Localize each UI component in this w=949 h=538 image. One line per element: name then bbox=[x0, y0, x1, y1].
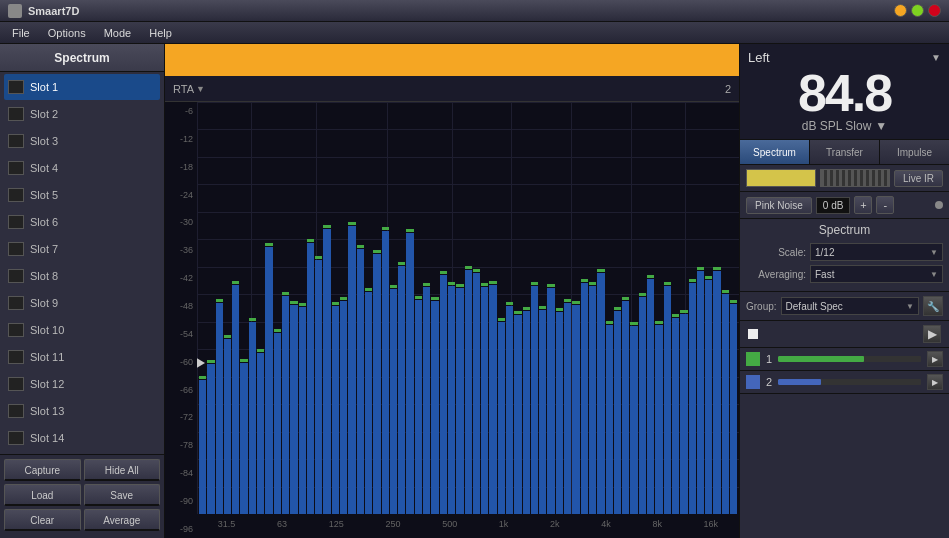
x-labels: 31.5631252505001k2k4k8k16k bbox=[197, 514, 739, 534]
y-label--48: -48 bbox=[165, 301, 197, 311]
x-label-4k: 4k bbox=[601, 519, 611, 529]
color-button-yellow[interactable] bbox=[746, 169, 816, 187]
btn-row-2: Load Save bbox=[4, 484, 160, 506]
titlebar-controls[interactable] bbox=[894, 4, 941, 17]
bar-group bbox=[456, 102, 463, 514]
close-button[interactable] bbox=[928, 4, 941, 17]
slot-item-1[interactable]: Slot 1 bbox=[4, 74, 160, 100]
track-2-play[interactable]: ▶ bbox=[927, 374, 943, 390]
bar-blue bbox=[299, 307, 306, 514]
bar-green-peak bbox=[622, 297, 629, 300]
bar-blue bbox=[630, 326, 637, 514]
slot-item-4[interactable]: Slot 4 bbox=[4, 155, 160, 181]
clear-button[interactable]: Clear bbox=[4, 509, 81, 531]
slot-item-2[interactable]: Slot 2 bbox=[4, 101, 160, 127]
main-content: Spectrum Slot 1Slot 2Slot 3Slot 4Slot 5S… bbox=[0, 44, 949, 538]
bar-green-peak bbox=[290, 301, 297, 304]
bar-blue bbox=[713, 271, 720, 514]
bar-green-peak bbox=[498, 318, 505, 321]
bar-blue bbox=[622, 301, 629, 514]
bar-blue bbox=[722, 294, 729, 514]
averaging-select[interactable]: Fast ▼ bbox=[810, 265, 943, 283]
bar-green-peak bbox=[257, 349, 264, 352]
average-button[interactable]: Average bbox=[84, 509, 161, 531]
slot-item-7[interactable]: Slot 7 bbox=[4, 236, 160, 262]
bar-blue bbox=[606, 325, 613, 514]
slot-item-11[interactable]: Slot 11 bbox=[4, 344, 160, 370]
play-button[interactable]: ▶ bbox=[923, 325, 941, 343]
bar-green-peak bbox=[431, 297, 438, 300]
bar-green-peak bbox=[531, 282, 538, 285]
bar-group bbox=[357, 102, 364, 514]
spectrum-section-title: Spectrum bbox=[746, 223, 943, 237]
bar-blue bbox=[340, 301, 347, 514]
db-plus-button[interactable]: + bbox=[854, 196, 872, 214]
bars-container bbox=[197, 102, 739, 514]
playback-row: ▶ bbox=[740, 321, 949, 348]
slot-item-10[interactable]: Slot 10 bbox=[4, 317, 160, 343]
y-label--78: -78 bbox=[165, 440, 197, 450]
y-label--96: -96 bbox=[165, 524, 197, 534]
tab-transfer[interactable]: Transfer bbox=[810, 140, 880, 164]
menu-options[interactable]: Options bbox=[40, 25, 94, 41]
bar-group bbox=[630, 102, 637, 514]
bar-group bbox=[572, 102, 579, 514]
level-header: Left ▼ bbox=[748, 50, 941, 65]
tab-spectrum[interactable]: Spectrum bbox=[740, 140, 810, 164]
pink-noise-button[interactable]: Pink Noise bbox=[746, 197, 812, 214]
bar-group bbox=[655, 102, 662, 514]
bar-green-peak bbox=[249, 318, 256, 321]
slot-color-14 bbox=[8, 431, 24, 445]
slot-item-3[interactable]: Slot 3 bbox=[4, 128, 160, 154]
slot-item-9[interactable]: Slot 9 bbox=[4, 290, 160, 316]
bar-group bbox=[340, 102, 347, 514]
slot-item-8[interactable]: Slot 8 bbox=[4, 263, 160, 289]
bar-group bbox=[556, 102, 563, 514]
bar-green-peak bbox=[722, 290, 729, 293]
y-label--30: -30 bbox=[165, 217, 197, 227]
channel-dropdown[interactable]: ▼ bbox=[931, 52, 941, 63]
wrench-button[interactable]: 🔧 bbox=[923, 296, 943, 316]
bar-group bbox=[390, 102, 397, 514]
slot-color-11 bbox=[8, 350, 24, 364]
bar-green-peak bbox=[465, 266, 472, 269]
bar-green-peak bbox=[689, 279, 696, 282]
bar-blue bbox=[216, 303, 223, 514]
bar-blue bbox=[705, 280, 712, 514]
load-button[interactable]: Load bbox=[4, 484, 81, 506]
bar-group bbox=[539, 102, 546, 514]
menu-mode[interactable]: Mode bbox=[96, 25, 140, 41]
db-minus-button[interactable]: - bbox=[876, 196, 894, 214]
bar-green-peak bbox=[274, 329, 281, 332]
hide-all-button[interactable]: Hide All bbox=[84, 459, 161, 481]
scale-select[interactable]: 1/12 ▼ bbox=[810, 243, 943, 261]
bar-blue bbox=[332, 306, 339, 514]
slot-label-2: Slot 2 bbox=[30, 108, 58, 120]
bar-blue bbox=[489, 285, 496, 514]
slot-item-5[interactable]: Slot 5 bbox=[4, 182, 160, 208]
slot-item-6[interactable]: Slot 6 bbox=[4, 209, 160, 235]
live-ir-button[interactable]: Live IR bbox=[894, 170, 943, 187]
bar-group bbox=[265, 102, 272, 514]
bar-blue bbox=[581, 283, 588, 514]
slot-label-5: Slot 5 bbox=[30, 189, 58, 201]
scale-row: Scale: 1/12 ▼ bbox=[746, 243, 943, 261]
track-1-play[interactable]: ▶ bbox=[927, 351, 943, 367]
slot-item-12[interactable]: Slot 12 bbox=[4, 371, 160, 397]
slot-item-14[interactable]: Slot 14 bbox=[4, 425, 160, 451]
slot-item-13[interactable]: Slot 13 bbox=[4, 398, 160, 424]
analyzer-chart[interactable]: -6-12-18-24-30-36-42-48-54-60-66-72-78-8… bbox=[165, 102, 739, 538]
track-2: 2 ▶ bbox=[740, 371, 949, 394]
tab-impulse[interactable]: Impulse bbox=[880, 140, 949, 164]
capture-button[interactable]: Capture bbox=[4, 459, 81, 481]
slot-color-7 bbox=[8, 242, 24, 256]
menu-help[interactable]: Help bbox=[141, 25, 180, 41]
group-select[interactable]: Default Spec ▼ bbox=[781, 297, 919, 315]
minimize-button[interactable] bbox=[894, 4, 907, 17]
save-button[interactable]: Save bbox=[84, 484, 161, 506]
menu-file[interactable]: File bbox=[4, 25, 38, 41]
bar-group bbox=[506, 102, 513, 514]
db-display: 0 dB bbox=[816, 197, 851, 214]
maximize-button[interactable] bbox=[911, 4, 924, 17]
color-button-stripes[interactable] bbox=[820, 169, 890, 187]
